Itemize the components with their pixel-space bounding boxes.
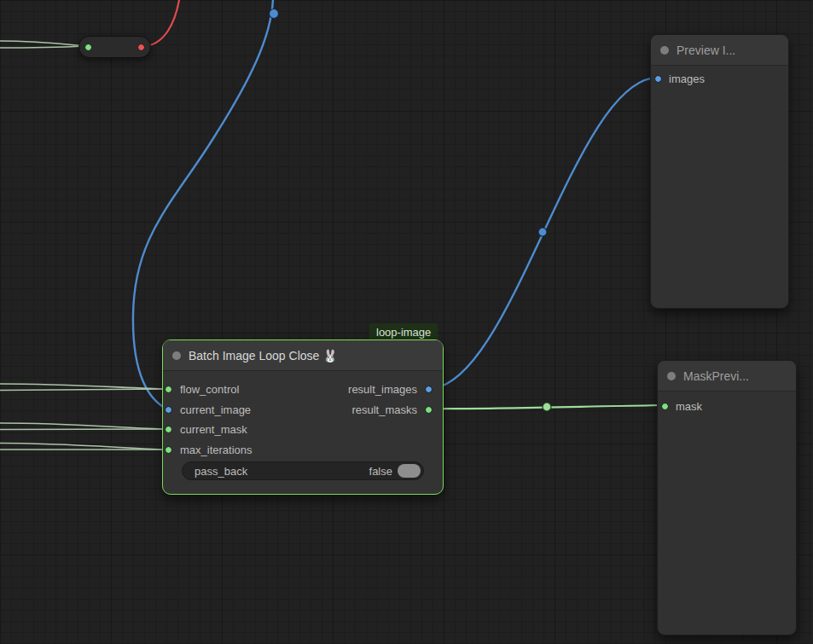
mask-preview-node[interactable]: MaskPrevi... mask: [657, 360, 797, 635]
pass-back-toggle-widget[interactable]: pass_back false: [182, 461, 424, 480]
wire-midpoint-dot-images[interactable]: [538, 228, 547, 236]
result-masks-label: result_masks: [351, 403, 417, 416]
output-slots: result_images result_masks: [348, 380, 433, 420]
images-slot[interactable]: [654, 75, 662, 83]
current-mask-slot[interactable]: [165, 426, 172, 433]
node-title: Batch Image Loop Close 🐰: [189, 349, 338, 363]
collapse-dot-icon[interactable]: [667, 372, 676, 380]
images-label: images: [669, 73, 705, 85]
result-images-slot[interactable]: [425, 386, 433, 393]
input-row-current-image: current_image: [165, 400, 253, 421]
wire-pale-flow-control-a: [0, 384, 167, 389]
wire-pale-flow-control-b: [0, 389, 167, 391]
output-row-result-masks: result_masks: [348, 400, 433, 421]
wire-pale-current-mask-a: [0, 423, 167, 429]
wire-pale-collapsed-b: [0, 46, 85, 48]
input-row-images: images: [654, 69, 705, 90]
wire-midpoint-dot-mask[interactable]: [543, 403, 551, 411]
collapsed-node-output-slot[interactable]: [137, 44, 145, 51]
input-row-max-iterations: max_iterations: [165, 440, 253, 461]
input-row-mask: mask: [661, 397, 702, 417]
toggle-knob[interactable]: [398, 464, 421, 478]
input-slots: flow_control current_image current_mask …: [165, 380, 253, 460]
max-iterations-slot[interactable]: [165, 446, 172, 454]
input-row-current-mask: current_mask: [165, 420, 253, 440]
node-title-bar[interactable]: Batch Image Loop Close 🐰: [163, 340, 443, 371]
mask-label: mask: [676, 400, 702, 413]
pass-back-label: pass_back: [195, 465, 369, 478]
wire-pale-collapsed-a: [0, 41, 85, 46]
current-image-label: current_image: [180, 403, 251, 416]
mask-slot[interactable]: [661, 403, 669, 410]
wire-pale-current-mask-b: [0, 429, 167, 430]
wire-midpoint-dot-top[interactable]: [270, 9, 279, 19]
node-graph-canvas[interactable]: loop-image Batch Image Loop Close 🐰 flow…: [0, 0, 813, 644]
node-badge: loop-image: [369, 323, 438, 340]
max-iterations-label: max_iterations: [180, 444, 253, 456]
result-images-label: result_images: [348, 383, 417, 396]
node-title-bar[interactable]: Preview I...: [651, 35, 788, 66]
node-title: Preview I...: [677, 44, 735, 57]
input-row-flow-control: flow_control: [165, 380, 253, 400]
wire-pale-max-iterations-a: [0, 444, 167, 450]
pass-back-value: false: [369, 465, 392, 478]
flow-control-slot[interactable]: [165, 386, 172, 393]
collapsed-node-input-slot[interactable]: [84, 44, 92, 51]
current-image-slot[interactable]: [165, 406, 172, 414]
current-mask-label: current_mask: [180, 423, 247, 436]
collapse-dot-icon[interactable]: [660, 46, 669, 55]
collapse-dot-icon[interactable]: [172, 351, 181, 360]
flow-control-label: flow_control: [180, 383, 239, 396]
node-title-bar[interactable]: MaskPrevi...: [658, 361, 796, 392]
batch-image-loop-close-node[interactable]: Batch Image Loop Close 🐰 flow_control cu…: [162, 339, 444, 495]
node-title: MaskPrevi...: [683, 369, 749, 383]
collapsed-node[interactable]: [78, 36, 151, 58]
output-row-result-images: result_images: [348, 380, 433, 400]
result-masks-slot[interactable]: [425, 406, 433, 414]
node-badge-label: loop-image: [376, 326, 431, 339]
preview-image-node[interactable]: Preview I... images: [650, 34, 789, 309]
